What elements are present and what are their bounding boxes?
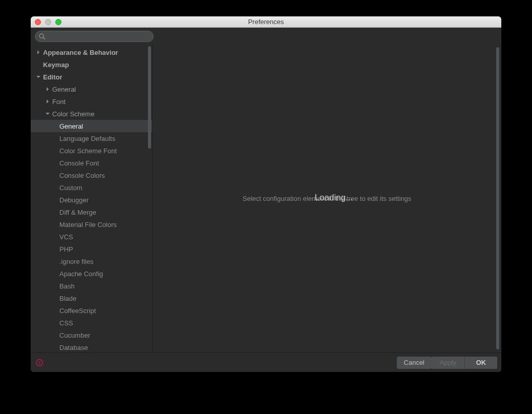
tree-item-label: CSS: [59, 319, 73, 327]
help-icon: ?: [35, 359, 44, 367]
tree-item-label: Editor: [43, 73, 62, 81]
svg-text:?: ?: [38, 360, 41, 365]
tree-item[interactable]: General: [31, 120, 152, 132]
svg-line-1: [43, 37, 45, 39]
tree-item-label: Material File Colors: [59, 221, 117, 229]
settings-detail-panel: Select configuration element in the tree…: [153, 44, 501, 353]
tree-item-label: .ignore files: [59, 258, 93, 265]
tree-item-label: Cucumber: [59, 332, 90, 339]
apply-button[interactable]: Apply: [432, 357, 464, 369]
tree-item-label: Color Scheme Font: [59, 147, 117, 155]
settings-tree[interactable]: Appearance & BehaviorKeymapEditorGeneral…: [31, 44, 152, 353]
tree-item[interactable]: Font: [31, 95, 152, 108]
chevron-right-icon[interactable]: [45, 87, 50, 92]
arrow-spacer: [36, 62, 41, 67]
tree-item-label: Apache Config: [59, 270, 103, 278]
tree-item[interactable]: Debugger: [31, 194, 152, 206]
tree-item-label: Font: [52, 98, 66, 106]
sidebar-scrollbar[interactable]: [148, 46, 151, 149]
titlebar: Preferences: [31, 16, 501, 28]
ok-button[interactable]: OK: [464, 357, 497, 369]
settings-tree-sidebar: Appearance & BehaviorKeymapEditorGeneral…: [31, 44, 153, 353]
tree-item-label: Diff & Merge: [59, 209, 96, 216]
preferences-window: Preferences Appearance & BehaviorKeymapE…: [31, 16, 501, 372]
tree-item[interactable]: Bash: [31, 280, 152, 292]
tree-item[interactable]: Console Font: [31, 157, 152, 169]
tree-item[interactable]: Apache Config: [31, 267, 152, 280]
tree-item[interactable]: Editor: [31, 71, 152, 83]
tree-item[interactable]: Custom: [31, 181, 152, 194]
tree-item-label: General: [52, 86, 76, 93]
tree-item-label: Keymap: [43, 61, 69, 69]
chevron-down-icon[interactable]: [45, 111, 50, 116]
tree-item[interactable]: .ignore files: [31, 255, 152, 267]
tree-item-label: Blade: [59, 295, 76, 302]
zoom-window-button[interactable]: [55, 19, 61, 25]
search-field-wrap[interactable]: [35, 31, 154, 42]
tree-item[interactable]: Diff & Merge: [31, 206, 152, 218]
tree-item-label: Color Scheme: [52, 110, 94, 118]
search-row: [31, 28, 501, 44]
detail-scrollbar[interactable]: [496, 47, 499, 349]
window-title: Preferences: [31, 18, 501, 26]
minimize-window-button[interactable]: [45, 19, 51, 25]
chevron-right-icon[interactable]: [36, 50, 41, 55]
window-controls: [35, 19, 61, 25]
tree-item[interactable]: Database: [31, 341, 152, 353]
help-button[interactable]: ?: [35, 358, 44, 367]
detail-hint-text: Select configuration element in the tree…: [243, 195, 412, 202]
window-body: Appearance & BehaviorKeymapEditorGeneral…: [31, 28, 501, 372]
tree-item[interactable]: PHP: [31, 243, 152, 255]
dialog-footer: ? Cancel Apply OK: [31, 353, 501, 372]
tree-item[interactable]: General: [31, 83, 152, 95]
tree-item[interactable]: CoffeeScript: [31, 304, 152, 317]
search-input[interactable]: [48, 33, 149, 40]
tree-item-label: General: [59, 122, 83, 130]
tree-item[interactable]: Color Scheme: [31, 108, 152, 120]
tree-item[interactable]: Keymap: [31, 58, 152, 71]
content-area: Appearance & BehaviorKeymapEditorGeneral…: [31, 44, 501, 353]
tree-item[interactable]: CSS: [31, 317, 152, 329]
cancel-button[interactable]: Cancel: [397, 357, 432, 369]
tree-item[interactable]: Cucumber: [31, 329, 152, 341]
tree-item[interactable]: Language Defaults: [31, 132, 152, 144]
tree-item-label: Language Defaults: [59, 135, 115, 142]
close-window-button[interactable]: [35, 19, 41, 25]
tree-item-label: VCS: [59, 233, 73, 241]
tree-item[interactable]: Blade: [31, 292, 152, 304]
tree-item-label: CoffeeScript: [59, 307, 96, 315]
tree-item-label: Database: [59, 344, 88, 351]
search-icon: [38, 33, 46, 40]
tree-item-label: Appearance & Behavior: [43, 49, 118, 56]
tree-item-label: Debugger: [59, 196, 89, 204]
tree-item-label: Bash: [59, 282, 75, 290]
tree-item[interactable]: Console Colors: [31, 169, 152, 181]
tree-item-label: Console Colors: [59, 172, 105, 179]
tree-item-label: PHP: [59, 245, 73, 253]
tree-item-label: Console Font: [59, 159, 99, 167]
tree-item[interactable]: Material File Colors: [31, 218, 152, 231]
apply-ok-group: Apply OK: [432, 357, 497, 369]
tree-item-label: Custom: [59, 184, 82, 192]
chevron-down-icon[interactable]: [36, 74, 41, 79]
chevron-right-icon[interactable]: [45, 99, 50, 104]
tree-item[interactable]: VCS: [31, 231, 152, 243]
tree-item[interactable]: Appearance & Behavior: [31, 46, 152, 58]
tree-item[interactable]: Color Scheme Font: [31, 144, 152, 157]
